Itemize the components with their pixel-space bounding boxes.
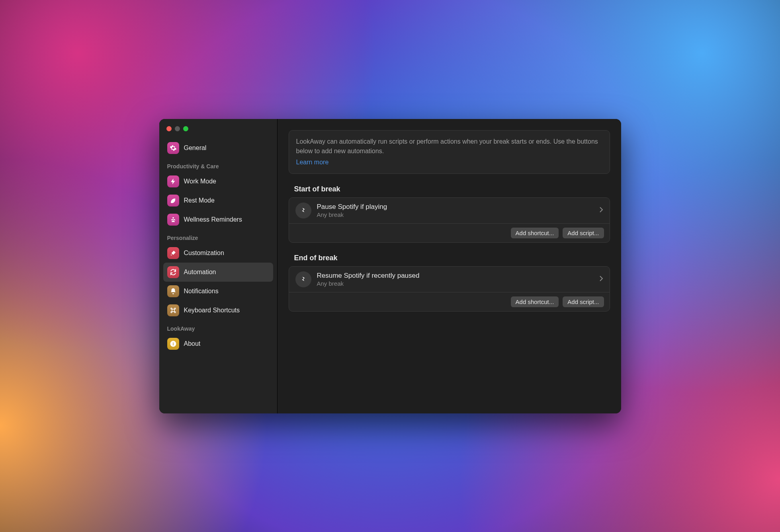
start-card-actions: Add shortcut... Add script... [289, 224, 610, 242]
svg-point-0 [172, 217, 174, 218]
end-of-break-card: Resume Spotify if recently paused Any br… [289, 266, 610, 312]
add-shortcut-button[interactable]: Add shortcut... [511, 228, 559, 238]
minimize-window-button[interactable] [175, 126, 180, 131]
info-icon: i [167, 338, 179, 350]
paintbrush-icon [167, 247, 179, 259]
end-section-title: End of break [294, 254, 608, 262]
sidebar: General Productivity & Care Work Mode Re… [159, 119, 278, 413]
automation-subtitle: Any break [317, 211, 599, 218]
automation-title: Pause Spotify if playing [317, 203, 599, 211]
automation-subtitle: Any break [317, 280, 599, 287]
chevron-right-icon [599, 207, 603, 214]
add-script-button[interactable]: Add script... [563, 296, 604, 307]
close-window-button[interactable] [166, 126, 172, 131]
sidebar-item-keyboard[interactable]: Keyboard Shortcuts [163, 301, 273, 320]
leaf-icon [167, 195, 179, 207]
sidebar-item-label: About [184, 340, 201, 347]
sidebar-item-label: General [184, 144, 207, 152]
sidebar-section-personalize: Personalize [163, 229, 273, 244]
zoom-window-button[interactable] [183, 126, 188, 131]
automation-text: Resume Spotify if recently paused Any br… [317, 272, 599, 287]
main-content: LookAway can automatically run scripts o… [278, 119, 621, 413]
meditation-icon [167, 214, 179, 226]
sidebar-item-rest-mode[interactable]: Rest Mode [163, 191, 273, 210]
sidebar-item-automation[interactable]: Automation [163, 263, 273, 282]
shortcut-icon [295, 203, 311, 218]
start-section-title: Start of break [294, 185, 608, 193]
sidebar-item-wellness[interactable]: Wellness Reminders [163, 210, 273, 229]
sidebar-item-label: Rest Mode [184, 197, 215, 204]
chevron-right-icon [599, 275, 603, 283]
sidebar-section-productivity: Productivity & Care [163, 158, 273, 172]
automation-icon [167, 266, 179, 278]
sidebar-item-work-mode[interactable]: Work Mode [163, 172, 273, 191]
sidebar-item-customization[interactable]: Customization [163, 244, 273, 263]
sidebar-item-about[interactable]: i About [163, 334, 273, 353]
sidebar-item-notifications[interactable]: Notifications [163, 282, 273, 301]
bell-icon [167, 285, 179, 297]
sidebar-item-label: Customization [184, 249, 224, 257]
add-shortcut-button[interactable]: Add shortcut... [511, 296, 559, 307]
sidebar-item-label: Automation [184, 269, 216, 276]
automation-text: Pause Spotify if playing Any break [317, 203, 599, 218]
learn-more-link[interactable]: Learn more [296, 158, 329, 167]
info-banner: LookAway can automatically run scripts o… [289, 130, 610, 174]
add-script-button[interactable]: Add script... [563, 228, 604, 238]
info-text: LookAway can automatically run scripts o… [296, 138, 598, 154]
shortcut-icon [295, 271, 311, 287]
sidebar-item-label: Work Mode [184, 178, 217, 185]
svg-text:i: i [172, 341, 174, 346]
window-controls [163, 125, 273, 138]
start-of-break-card: Pause Spotify if playing Any break Add s… [289, 197, 610, 243]
preferences-window: General Productivity & Care Work Mode Re… [159, 119, 621, 413]
command-icon [167, 304, 179, 316]
automation-title: Resume Spotify if recently paused [317, 272, 599, 280]
automation-row-resume-spotify[interactable]: Resume Spotify if recently paused Any br… [289, 267, 610, 292]
sidebar-item-label: Keyboard Shortcuts [184, 307, 240, 314]
end-card-actions: Add shortcut... Add script... [289, 292, 610, 311]
sidebar-item-label: Wellness Reminders [184, 216, 242, 223]
sidebar-item-label: Notifications [184, 288, 219, 295]
bolt-icon [167, 175, 179, 187]
sidebar-item-general[interactable]: General [163, 138, 273, 158]
sidebar-section-lookaway: LookAway [163, 320, 273, 334]
automation-row-pause-spotify[interactable]: Pause Spotify if playing Any break [289, 198, 610, 224]
gear-icon [167, 142, 179, 154]
